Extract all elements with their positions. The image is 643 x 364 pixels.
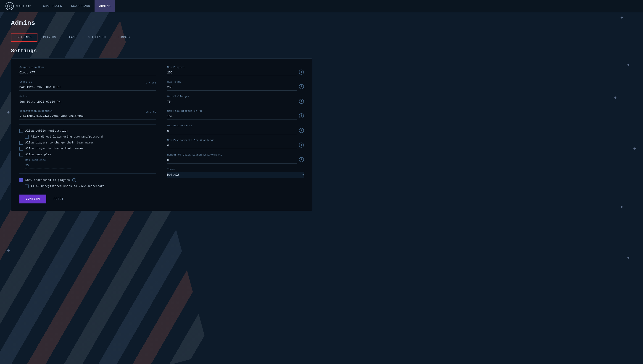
sub-tabs: SETTINGS PLAYERS TEAMS CHALLENGES LIBRAR… xyxy=(11,33,632,42)
max-environments-input[interactable] xyxy=(167,128,297,134)
max-env-per-challenge-input[interactable] xyxy=(167,143,297,149)
theme-select[interactable]: Default Dark Light xyxy=(167,172,304,178)
max-env-per-challenge-field: Max Environments Per Challenge i xyxy=(167,139,304,149)
max-challenges-label: Max Challenges xyxy=(167,95,297,98)
max-team-size-input[interactable] xyxy=(25,163,71,169)
quick-launch-info-icon[interactable]: i xyxy=(299,157,304,162)
end-at-field: End at xyxy=(20,95,156,105)
max-teams-inner: Max Teams xyxy=(167,80,297,90)
subdomain-input[interactable] xyxy=(20,114,156,120)
max-team-size-field: Max Team Size xyxy=(25,159,156,169)
divider-1 xyxy=(20,124,156,124)
checkbox-player-names-box[interactable] xyxy=(20,147,23,150)
start-at-label: Start at xyxy=(20,80,32,83)
max-env-per-challenge-inner: Max Environments Per Challenge xyxy=(167,139,297,149)
max-players-info-icon[interactable]: i xyxy=(299,70,304,74)
checkbox-scoreboard: Show scoreboard to players i xyxy=(20,178,156,182)
quick-launch-label: Number of Quick Launch Environments xyxy=(167,154,297,156)
subdomain-count: 36 / 63 xyxy=(146,110,156,113)
max-file-storage-info-icon[interactable]: i xyxy=(299,113,304,118)
competition-name-input[interactable] xyxy=(20,70,156,76)
max-teams-input[interactable] xyxy=(167,84,297,90)
subdomain-label: Competition Subdomain xyxy=(20,110,53,112)
competition-name-field: Competition Name xyxy=(20,66,156,76)
logo-text: CLOUD CTF xyxy=(16,5,31,8)
sparkle-9: ✦ xyxy=(7,248,10,254)
max-challenges-info-icon[interactable]: i xyxy=(299,99,304,104)
subdomain-field: Competition Subdomain 36 / 63 xyxy=(20,110,156,120)
checkbox-direct-login: Allow direct login using username/passwo… xyxy=(25,135,156,139)
settings-grid: Competition Name Start at 9 / 256 End at xyxy=(20,66,304,204)
theme-inner: Theme Default Dark Light xyxy=(167,168,304,178)
checkbox-public-reg-box[interactable] xyxy=(20,129,23,133)
checkbox-team-play-label: Allow team play xyxy=(25,153,51,156)
reset-button[interactable]: RESET xyxy=(50,194,67,204)
nav-admins[interactable]: ADMINS xyxy=(95,0,115,12)
max-players-inner: Max Players xyxy=(167,66,297,76)
max-teams-field: Max Teams i xyxy=(167,80,304,90)
navbar: CLOUD CTF CHALLENGES SCOREBOARD ADMINS xyxy=(0,0,643,12)
max-teams-label: Max Teams xyxy=(167,80,297,83)
quick-launch-input[interactable] xyxy=(167,158,297,164)
page-title: Admins xyxy=(11,20,632,27)
max-env-per-challenge-label: Max Environments Per Challenge xyxy=(167,139,297,142)
sparkle-6: ✦ xyxy=(626,255,630,261)
checkbox-public-reg-label: Allow public registration xyxy=(25,129,68,132)
tab-teams[interactable]: TEAMS xyxy=(62,33,82,42)
max-players-label: Max Players xyxy=(167,66,297,69)
quick-launch-inner: Number of Quick Launch Environments xyxy=(167,154,297,164)
checkbox-player-names-label: Allow player to change their names xyxy=(25,147,84,150)
max-teams-info-icon[interactable]: i xyxy=(299,84,304,89)
checkbox-team-names-label: Allow players to change their team names xyxy=(25,141,94,144)
nav-scoreboard[interactable]: SCOREBOARD xyxy=(66,0,95,12)
max-players-field: Max Players i xyxy=(167,66,304,76)
tab-players[interactable]: PLAYERS xyxy=(38,33,62,42)
right-column: Max Players i Max Teams i Max xyxy=(167,66,304,204)
divider-2 xyxy=(20,173,156,174)
max-env-per-challenge-info-icon[interactable]: i xyxy=(299,142,304,148)
checkbox-team-names-box[interactable] xyxy=(20,141,23,144)
max-file-storage-label: Max File Storage In MB xyxy=(167,110,297,112)
checkbox-unregistered-label: Allow unregistered users to view scorebo… xyxy=(31,185,105,188)
max-environments-info-icon[interactable]: i xyxy=(299,128,304,133)
checkbox-team-play-box[interactable] xyxy=(20,153,23,156)
max-challenges-input[interactable] xyxy=(167,99,297,105)
tab-library[interactable]: LIBRARY xyxy=(112,33,136,42)
theme-field: Theme Default Dark Light xyxy=(167,168,304,178)
left-column: Competition Name Start at 9 / 256 End at xyxy=(20,66,156,204)
settings-card: Competition Name Start at 9 / 256 End at xyxy=(11,58,312,211)
theme-select-wrapper: Default Dark Light xyxy=(167,172,304,178)
max-file-storage-field: Max File Storage In MB i xyxy=(167,110,304,120)
end-at-input[interactable] xyxy=(20,99,156,105)
theme-label: Theme xyxy=(167,168,304,171)
confirm-button[interactable]: CONFIRM xyxy=(20,194,46,204)
tab-settings[interactable]: SETTINGS xyxy=(11,33,38,42)
competition-name-label: Competition Name xyxy=(20,66,156,69)
checkbox-unregistered-box[interactable] xyxy=(25,184,29,188)
max-file-storage-inner: Max File Storage In MB xyxy=(167,110,297,120)
max-players-input[interactable] xyxy=(167,70,297,76)
start-at-input[interactable] xyxy=(20,84,156,90)
checkbox-team-play: Allow team play xyxy=(20,153,156,156)
max-file-storage-input[interactable] xyxy=(167,114,297,120)
checkbox-unregistered: Allow unregistered users to view scorebo… xyxy=(25,184,156,188)
section-title: Settings xyxy=(11,48,632,54)
logo: CLOUD CTF xyxy=(6,2,31,10)
checkbox-scoreboard-box[interactable] xyxy=(20,178,23,182)
tab-challenges[interactable]: CHALLENGES xyxy=(82,33,112,42)
checkbox-direct-login-box[interactable] xyxy=(25,135,29,139)
end-at-label: End at xyxy=(20,95,156,98)
checkbox-player-names: Allow player to change their names xyxy=(20,147,156,150)
max-team-size-label: Max Team Size xyxy=(25,159,156,162)
nav-challenges[interactable]: CHALLENGES xyxy=(38,0,66,12)
max-environments-inner: Max Environments xyxy=(167,124,297,134)
logo-icon xyxy=(6,2,14,10)
scoreboard-info-icon[interactable]: i xyxy=(72,178,76,182)
checkbox-team-names: Allow players to change their team names xyxy=(20,141,156,144)
nav-links: CHALLENGES SCOREBOARD ADMINS xyxy=(38,0,115,12)
action-buttons: CONFIRM RESET xyxy=(20,194,156,204)
checkbox-direct-login-label: Allow direct login using username/passwo… xyxy=(31,135,103,138)
max-challenges-inner: Max Challenges xyxy=(167,95,297,105)
start-at-count: 9 / 256 xyxy=(146,82,156,84)
checkbox-public-registration: Allow public registration xyxy=(20,129,156,133)
